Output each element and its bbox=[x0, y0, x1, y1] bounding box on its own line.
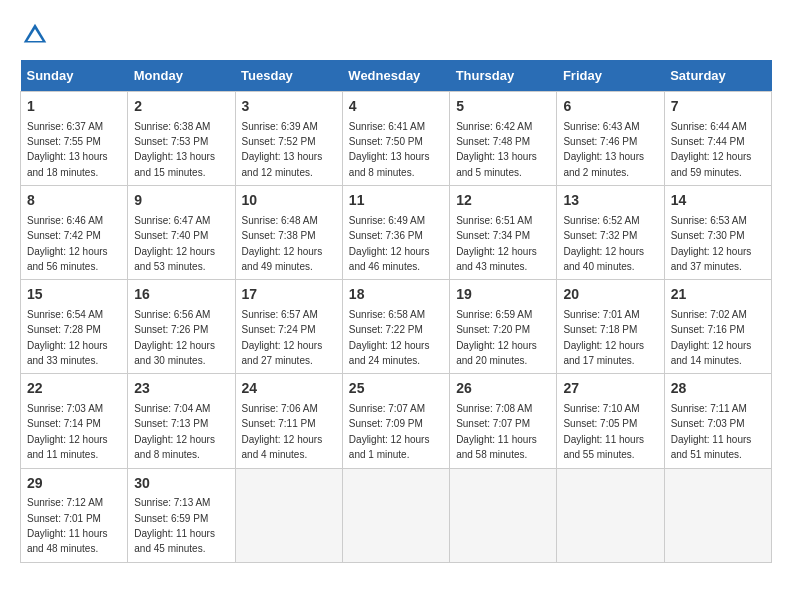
day-info: Sunrise: 6:49 AMSunset: 7:36 PMDaylight:… bbox=[349, 215, 430, 272]
day-info: Sunrise: 6:42 AMSunset: 7:48 PMDaylight:… bbox=[456, 121, 537, 178]
day-info: Sunrise: 6:47 AMSunset: 7:40 PMDaylight:… bbox=[134, 215, 215, 272]
weekday-header-tuesday: Tuesday bbox=[235, 60, 342, 92]
calendar-cell: 2 Sunrise: 6:38 AMSunset: 7:53 PMDayligh… bbox=[128, 92, 235, 186]
weekday-header-wednesday: Wednesday bbox=[342, 60, 449, 92]
day-info: Sunrise: 6:57 AMSunset: 7:24 PMDaylight:… bbox=[242, 309, 323, 366]
day-info: Sunrise: 6:38 AMSunset: 7:53 PMDaylight:… bbox=[134, 121, 215, 178]
calendar-cell: 19 Sunrise: 6:59 AMSunset: 7:20 PMDaylig… bbox=[450, 280, 557, 374]
day-number: 29 bbox=[27, 474, 121, 494]
day-number: 15 bbox=[27, 285, 121, 305]
day-number: 27 bbox=[563, 379, 657, 399]
day-number: 19 bbox=[456, 285, 550, 305]
day-number: 4 bbox=[349, 97, 443, 117]
day-info: Sunrise: 7:04 AMSunset: 7:13 PMDaylight:… bbox=[134, 403, 215, 460]
calendar-table: SundayMondayTuesdayWednesdayThursdayFrid… bbox=[20, 60, 772, 563]
day-number: 22 bbox=[27, 379, 121, 399]
day-number: 13 bbox=[563, 191, 657, 211]
calendar-cell: 12 Sunrise: 6:51 AMSunset: 7:34 PMDaylig… bbox=[450, 186, 557, 280]
day-info: Sunrise: 7:03 AMSunset: 7:14 PMDaylight:… bbox=[27, 403, 108, 460]
calendar-cell: 30 Sunrise: 7:13 AMSunset: 6:59 PMDaylig… bbox=[128, 468, 235, 562]
day-number: 20 bbox=[563, 285, 657, 305]
day-number: 10 bbox=[242, 191, 336, 211]
calendar-cell: 13 Sunrise: 6:52 AMSunset: 7:32 PMDaylig… bbox=[557, 186, 664, 280]
day-info: Sunrise: 6:52 AMSunset: 7:32 PMDaylight:… bbox=[563, 215, 644, 272]
day-info: Sunrise: 6:51 AMSunset: 7:34 PMDaylight:… bbox=[456, 215, 537, 272]
day-number: 14 bbox=[671, 191, 765, 211]
calendar-cell: 4 Sunrise: 6:41 AMSunset: 7:50 PMDayligh… bbox=[342, 92, 449, 186]
logo bbox=[20, 20, 54, 50]
day-number: 5 bbox=[456, 97, 550, 117]
calendar-cell: 7 Sunrise: 6:44 AMSunset: 7:44 PMDayligh… bbox=[664, 92, 771, 186]
calendar-cell: 22 Sunrise: 7:03 AMSunset: 7:14 PMDaylig… bbox=[21, 374, 128, 468]
calendar-cell: 17 Sunrise: 6:57 AMSunset: 7:24 PMDaylig… bbox=[235, 280, 342, 374]
calendar-cell: 15 Sunrise: 6:54 AMSunset: 7:28 PMDaylig… bbox=[21, 280, 128, 374]
day-number: 28 bbox=[671, 379, 765, 399]
day-number: 9 bbox=[134, 191, 228, 211]
day-info: Sunrise: 6:44 AMSunset: 7:44 PMDaylight:… bbox=[671, 121, 752, 178]
calendar-cell bbox=[450, 468, 557, 562]
day-info: Sunrise: 6:56 AMSunset: 7:26 PMDaylight:… bbox=[134, 309, 215, 366]
day-number: 24 bbox=[242, 379, 336, 399]
day-number: 17 bbox=[242, 285, 336, 305]
calendar-cell: 28 Sunrise: 7:11 AMSunset: 7:03 PMDaylig… bbox=[664, 374, 771, 468]
day-info: Sunrise: 7:08 AMSunset: 7:07 PMDaylight:… bbox=[456, 403, 537, 460]
day-number: 25 bbox=[349, 379, 443, 399]
logo-icon bbox=[20, 20, 50, 50]
calendar-cell: 16 Sunrise: 6:56 AMSunset: 7:26 PMDaylig… bbox=[128, 280, 235, 374]
day-info: Sunrise: 7:13 AMSunset: 6:59 PMDaylight:… bbox=[134, 497, 215, 554]
day-info: Sunrise: 6:37 AMSunset: 7:55 PMDaylight:… bbox=[27, 121, 108, 178]
calendar-week-row: 1 Sunrise: 6:37 AMSunset: 7:55 PMDayligh… bbox=[21, 92, 772, 186]
day-info: Sunrise: 6:41 AMSunset: 7:50 PMDaylight:… bbox=[349, 121, 430, 178]
calendar-week-row: 8 Sunrise: 6:46 AMSunset: 7:42 PMDayligh… bbox=[21, 186, 772, 280]
day-info: Sunrise: 6:43 AMSunset: 7:46 PMDaylight:… bbox=[563, 121, 644, 178]
calendar-cell: 21 Sunrise: 7:02 AMSunset: 7:16 PMDaylig… bbox=[664, 280, 771, 374]
calendar-cell: 23 Sunrise: 7:04 AMSunset: 7:13 PMDaylig… bbox=[128, 374, 235, 468]
day-number: 16 bbox=[134, 285, 228, 305]
day-info: Sunrise: 6:59 AMSunset: 7:20 PMDaylight:… bbox=[456, 309, 537, 366]
calendar-cell: 14 Sunrise: 6:53 AMSunset: 7:30 PMDaylig… bbox=[664, 186, 771, 280]
calendar-cell: 1 Sunrise: 6:37 AMSunset: 7:55 PMDayligh… bbox=[21, 92, 128, 186]
calendar-cell: 20 Sunrise: 7:01 AMSunset: 7:18 PMDaylig… bbox=[557, 280, 664, 374]
day-info: Sunrise: 6:58 AMSunset: 7:22 PMDaylight:… bbox=[349, 309, 430, 366]
day-info: Sunrise: 6:39 AMSunset: 7:52 PMDaylight:… bbox=[242, 121, 323, 178]
day-number: 6 bbox=[563, 97, 657, 117]
calendar-cell: 11 Sunrise: 6:49 AMSunset: 7:36 PMDaylig… bbox=[342, 186, 449, 280]
day-number: 26 bbox=[456, 379, 550, 399]
day-number: 1 bbox=[27, 97, 121, 117]
weekday-header-saturday: Saturday bbox=[664, 60, 771, 92]
day-info: Sunrise: 6:53 AMSunset: 7:30 PMDaylight:… bbox=[671, 215, 752, 272]
day-number: 2 bbox=[134, 97, 228, 117]
day-info: Sunrise: 7:12 AMSunset: 7:01 PMDaylight:… bbox=[27, 497, 108, 554]
calendar-cell: 6 Sunrise: 6:43 AMSunset: 7:46 PMDayligh… bbox=[557, 92, 664, 186]
calendar-week-row: 22 Sunrise: 7:03 AMSunset: 7:14 PMDaylig… bbox=[21, 374, 772, 468]
calendar-cell: 25 Sunrise: 7:07 AMSunset: 7:09 PMDaylig… bbox=[342, 374, 449, 468]
calendar-cell: 5 Sunrise: 6:42 AMSunset: 7:48 PMDayligh… bbox=[450, 92, 557, 186]
calendar-cell: 9 Sunrise: 6:47 AMSunset: 7:40 PMDayligh… bbox=[128, 186, 235, 280]
calendar-cell bbox=[664, 468, 771, 562]
day-info: Sunrise: 7:10 AMSunset: 7:05 PMDaylight:… bbox=[563, 403, 644, 460]
day-number: 7 bbox=[671, 97, 765, 117]
calendar-cell: 24 Sunrise: 7:06 AMSunset: 7:11 PMDaylig… bbox=[235, 374, 342, 468]
calendar-week-row: 29 Sunrise: 7:12 AMSunset: 7:01 PMDaylig… bbox=[21, 468, 772, 562]
weekday-header-thursday: Thursday bbox=[450, 60, 557, 92]
day-number: 21 bbox=[671, 285, 765, 305]
weekday-header-sunday: Sunday bbox=[21, 60, 128, 92]
calendar-header-row: SundayMondayTuesdayWednesdayThursdayFrid… bbox=[21, 60, 772, 92]
day-number: 8 bbox=[27, 191, 121, 211]
day-number: 11 bbox=[349, 191, 443, 211]
calendar-cell bbox=[342, 468, 449, 562]
day-info: Sunrise: 7:01 AMSunset: 7:18 PMDaylight:… bbox=[563, 309, 644, 366]
weekday-header-friday: Friday bbox=[557, 60, 664, 92]
day-info: Sunrise: 6:48 AMSunset: 7:38 PMDaylight:… bbox=[242, 215, 323, 272]
day-number: 23 bbox=[134, 379, 228, 399]
day-info: Sunrise: 7:11 AMSunset: 7:03 PMDaylight:… bbox=[671, 403, 752, 460]
day-info: Sunrise: 7:07 AMSunset: 7:09 PMDaylight:… bbox=[349, 403, 430, 460]
day-info: Sunrise: 6:46 AMSunset: 7:42 PMDaylight:… bbox=[27, 215, 108, 272]
calendar-cell: 27 Sunrise: 7:10 AMSunset: 7:05 PMDaylig… bbox=[557, 374, 664, 468]
calendar-cell: 29 Sunrise: 7:12 AMSunset: 7:01 PMDaylig… bbox=[21, 468, 128, 562]
day-number: 12 bbox=[456, 191, 550, 211]
calendar-cell bbox=[235, 468, 342, 562]
calendar-cell: 8 Sunrise: 6:46 AMSunset: 7:42 PMDayligh… bbox=[21, 186, 128, 280]
day-info: Sunrise: 7:06 AMSunset: 7:11 PMDaylight:… bbox=[242, 403, 323, 460]
weekday-header-monday: Monday bbox=[128, 60, 235, 92]
